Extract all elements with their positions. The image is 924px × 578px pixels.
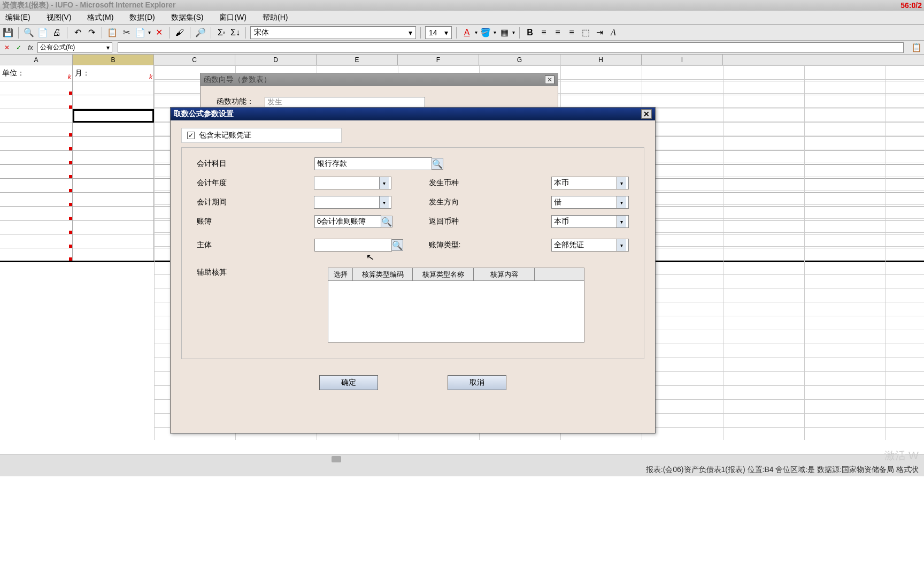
cell[interactable] <box>73 207 154 220</box>
menu-window[interactable]: 窗口(W) <box>219 13 247 22</box>
copy-icon[interactable]: 📋 <box>106 27 118 39</box>
scroll-thumb[interactable] <box>332 456 341 462</box>
align-left-icon[interactable]: ≡ <box>538 27 550 39</box>
col-header-h[interactable]: H <box>560 55 642 65</box>
menu-view[interactable]: 视图(V) <box>47 13 72 22</box>
cell-a1[interactable]: 单位： <box>0 65 73 81</box>
cut-icon[interactable]: ✂ <box>120 27 132 39</box>
cancel-formula-icon[interactable]: ✕ <box>2 43 12 52</box>
ok-button[interactable]: 确定 <box>319 375 378 390</box>
align-right-icon[interactable]: ≡ <box>566 27 578 39</box>
cell[interactable] <box>0 234 73 248</box>
account-subject-input[interactable]: 银行存款 <box>314 157 432 170</box>
cell[interactable] <box>73 193 154 206</box>
cell[interactable] <box>0 220 73 234</box>
cell[interactable] <box>0 95 73 109</box>
dropdown-arrow-icon[interactable]: ▾ <box>148 29 151 35</box>
border-icon[interactable]: ▦ <box>498 27 510 39</box>
chevron-down-icon[interactable]: ▾ <box>617 216 626 227</box>
preview-icon[interactable]: 🔍 <box>23 27 35 39</box>
cell[interactable] <box>0 179 73 192</box>
cell[interactable] <box>73 234 154 248</box>
chevron-down-icon[interactable]: ▾ <box>409 28 412 37</box>
chevron-down-icon[interactable]: ▾ <box>379 177 389 189</box>
cell[interactable] <box>0 165 73 178</box>
col-header-d[interactable]: D <box>235 55 317 65</box>
entity-input[interactable] <box>314 239 392 252</box>
ledger-type-combo[interactable]: 全部凭证 ▾ <box>551 239 629 252</box>
col-header-b[interactable]: B <box>73 55 154 65</box>
checkbox-icon[interactable]: ✓ <box>187 132 195 139</box>
search-icon[interactable]: 🔍 <box>391 239 403 251</box>
menu-help[interactable]: 帮助(H) <box>263 13 288 22</box>
ledger-input[interactable]: 6会计准则账簿 <box>314 215 381 228</box>
chevron-down-icon[interactable]: ▾ <box>379 196 389 208</box>
extra-tool-icon[interactable]: 📋 <box>911 42 922 52</box>
menu-data[interactable]: 数据(D) <box>129 13 155 22</box>
cell[interactable] <box>0 123 73 136</box>
return-currency-combo[interactable]: 本币 ▾ <box>551 215 629 228</box>
cell[interactable] <box>73 137 154 150</box>
fx-icon[interactable]: fx <box>26 43 35 52</box>
cell[interactable] <box>73 179 154 192</box>
cell[interactable] <box>73 95 154 109</box>
col-header-a[interactable]: A <box>0 55 73 65</box>
find-icon[interactable]: 🔎 <box>195 27 206 39</box>
search-icon[interactable]: 🔍 <box>381 216 392 227</box>
occur-direction-combo[interactable]: 借 ▾ <box>551 196 629 209</box>
chevron-down-icon[interactable]: ▾ <box>617 239 626 251</box>
cell[interactable] <box>0 137 73 150</box>
close-icon[interactable]: ✕ <box>641 109 652 119</box>
delete-icon[interactable]: ✕ <box>153 27 165 39</box>
menu-edit[interactable]: 编辑(E) <box>5 13 30 22</box>
col-header-g[interactable]: G <box>479 55 560 65</box>
col-header-f[interactable]: F <box>398 55 479 65</box>
chevron-down-icon[interactable]: ▾ <box>617 196 626 208</box>
cell[interactable] <box>73 123 154 136</box>
cell[interactable] <box>0 151 73 164</box>
print-icon[interactable]: 🖨 <box>51 27 63 39</box>
aux-th-code[interactable]: 核算类型编码 <box>353 268 413 281</box>
cell[interactable] <box>73 165 154 178</box>
wizard-title-bar[interactable]: 函数向导（参数表） ✕ <box>201 73 558 86</box>
cancel-button[interactable]: 取消 <box>448 375 506 390</box>
aux-th-content[interactable]: 核算内容 <box>474 268 535 281</box>
occur-currency-combo[interactable]: 本币 ▾ <box>551 177 629 189</box>
cell[interactable] <box>73 248 154 261</box>
horizontal-scrollbar[interactable] <box>0 454 924 463</box>
aux-accounting-table[interactable]: 选择 核算类型编码 核算类型名称 核算内容 <box>328 268 584 343</box>
formula-type-dropdown[interactable]: 公有公式(fc) ▾ <box>37 42 112 53</box>
cell[interactable] <box>73 151 154 164</box>
aux-th-select[interactable]: 选择 <box>328 268 353 281</box>
account-year-combo[interactable]: ▾ <box>314 177 391 189</box>
cell[interactable] <box>0 207 73 220</box>
redo-icon[interactable]: ↷ <box>86 27 97 39</box>
account-period-combo[interactable]: ▾ <box>314 196 391 209</box>
col-header-e[interactable]: E <box>317 55 398 65</box>
dialog-title-bar[interactable]: 取数公式参数设置 ✕ <box>171 108 655 120</box>
search-icon[interactable]: 🔍 <box>432 158 443 170</box>
cell-b1[interactable]: 月： <box>73 65 154 81</box>
bold-icon[interactable]: B <box>524 27 536 39</box>
menu-format[interactable]: 格式(M) <box>87 13 113 22</box>
sigma-icon[interactable]: Σx <box>215 27 227 39</box>
formula-input[interactable] <box>118 42 904 53</box>
close-icon[interactable]: ✕ <box>545 75 555 84</box>
active-cell-b4[interactable] <box>73 109 154 123</box>
include-unposted-checkbox[interactable]: ✓ 包含未记账凭证 <box>181 128 342 143</box>
accept-formula-icon[interactable]: ✓ <box>14 43 24 52</box>
chevron-down-icon[interactable]: ▾ <box>444 28 448 37</box>
dropdown-arrow-icon[interactable]: ▾ <box>475 29 478 35</box>
merge-icon[interactable]: ⬚ <box>580 27 591 39</box>
indent-icon[interactable]: ⇥ <box>594 27 605 39</box>
font-color-icon[interactable]: A <box>461 27 473 39</box>
cell[interactable] <box>0 193 73 206</box>
sum-icon[interactable]: Σ↓ <box>229 27 241 39</box>
dropdown-arrow-icon[interactable]: ▾ <box>512 29 515 35</box>
undo-icon[interactable]: ↶ <box>72 27 83 39</box>
dropdown-arrow-icon[interactable]: ▾ <box>494 29 496 35</box>
cell[interactable] <box>73 220 154 234</box>
menu-dataset[interactable]: 数据集(S) <box>171 13 204 22</box>
cell[interactable] <box>0 248 73 261</box>
chevron-down-icon[interactable]: ▾ <box>106 44 110 51</box>
